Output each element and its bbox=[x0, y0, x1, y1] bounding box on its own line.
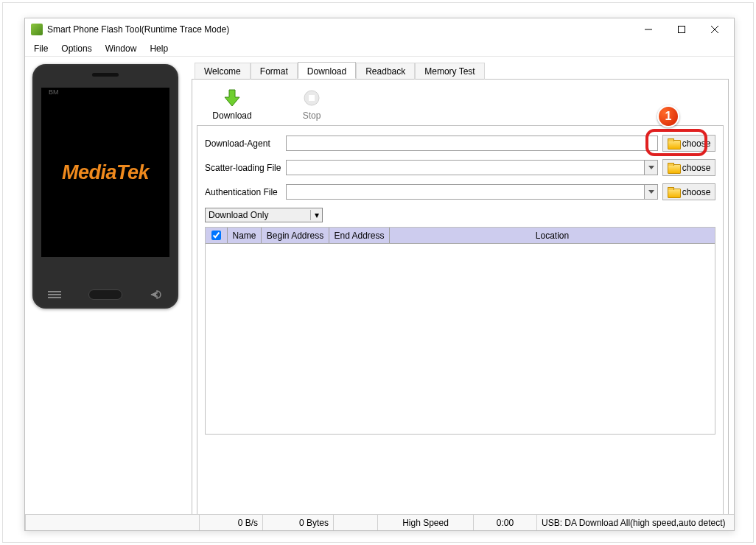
stop-button[interactable]: Stop bbox=[290, 87, 334, 121]
annotation-badge-1: 1 bbox=[657, 105, 679, 127]
svg-rect-5 bbox=[48, 294, 61, 295]
home-hw-button bbox=[88, 289, 122, 300]
scatter-file-label: Scatter-loading File bbox=[205, 163, 281, 173]
close-button[interactable] bbox=[698, 19, 731, 40]
minimize-button[interactable] bbox=[631, 19, 665, 40]
menu-hw-icon bbox=[43, 289, 66, 300]
app-icon bbox=[31, 24, 43, 35]
choose-label: choose bbox=[682, 187, 711, 197]
stop-icon bbox=[301, 87, 323, 109]
folder-icon bbox=[668, 187, 679, 197]
stop-button-label: Stop bbox=[303, 110, 321, 121]
column-header-name[interactable]: Name bbox=[228, 228, 262, 243]
menu-options[interactable]: Options bbox=[55, 42, 97, 55]
status-bytes: 0 Bytes bbox=[262, 515, 333, 530]
select-all-checkbox[interactable] bbox=[211, 231, 221, 240]
window-title: Smart Phone Flash Tool(Runtime Trace Mod… bbox=[47, 24, 229, 35]
chevron-down-icon bbox=[644, 161, 657, 175]
chevron-down-icon: ▾ bbox=[310, 210, 322, 220]
svg-rect-8 bbox=[309, 95, 315, 101]
download-mode-value: Download Only bbox=[209, 210, 268, 220]
phone-bm-label: BM bbox=[49, 88, 59, 96]
menu-file[interactable]: File bbox=[28, 42, 54, 55]
scatter-file-choose-button[interactable]: choose bbox=[662, 159, 715, 176]
svg-rect-6 bbox=[48, 297, 61, 298]
partition-table: Name Begin Address End Address Location bbox=[205, 227, 715, 435]
tab-welcome[interactable]: Welcome bbox=[195, 63, 251, 80]
svg-rect-4 bbox=[48, 291, 61, 292]
menu-help[interactable]: Help bbox=[144, 42, 174, 55]
tab-format[interactable]: Format bbox=[251, 63, 298, 80]
tabstrip: Welcome Format Download Readback Memory … bbox=[192, 62, 729, 80]
maximize-button[interactable] bbox=[665, 19, 698, 40]
column-header-end-address[interactable]: End Address bbox=[329, 228, 390, 243]
back-hw-icon bbox=[145, 289, 167, 300]
phone-illustration: BM MediaTek bbox=[32, 64, 178, 309]
menu-window[interactable]: Window bbox=[99, 42, 143, 55]
download-button[interactable]: Download bbox=[210, 87, 254, 121]
sidebar: BM MediaTek bbox=[25, 57, 192, 514]
status-speed: 0 B/s bbox=[199, 515, 262, 530]
download-agent-input[interactable] bbox=[286, 136, 658, 151]
status-usb: USB: DA Download All(high speed,auto det… bbox=[536, 515, 734, 530]
tab-download[interactable]: Download bbox=[298, 62, 356, 79]
choose-label: choose bbox=[682, 138, 711, 149]
download-agent-label: Download-Agent bbox=[205, 138, 281, 149]
tab-memory-test[interactable]: Memory Test bbox=[415, 63, 484, 80]
download-mode-combo[interactable]: Download Only ▾ bbox=[205, 208, 323, 222]
column-header-begin-address[interactable]: Begin Address bbox=[262, 228, 329, 243]
tab-readback[interactable]: Readback bbox=[356, 63, 415, 80]
auth-file-label: Authentication File bbox=[205, 187, 281, 197]
titlebar: Smart Phone Flash Tool(Runtime Trace Mod… bbox=[25, 18, 734, 41]
scatter-file-combo[interactable] bbox=[286, 160, 658, 175]
choose-label: choose bbox=[682, 163, 711, 173]
chevron-down-icon bbox=[644, 185, 657, 199]
status-time: 0:00 bbox=[473, 515, 536, 530]
column-header-location[interactable]: Location bbox=[390, 228, 715, 243]
app-window: Smart Phone Flash Tool(Runtime Trace Mod… bbox=[24, 18, 735, 531]
folder-icon bbox=[668, 138, 679, 148]
status-mode: High Speed bbox=[377, 515, 473, 530]
menubar: File Options Window Help bbox=[25, 41, 734, 57]
column-header-checkbox[interactable] bbox=[206, 228, 228, 243]
svg-rect-1 bbox=[678, 27, 685, 33]
tab-panel-download: Download Stop Download-Agent bbox=[192, 80, 729, 521]
folder-icon bbox=[668, 163, 679, 172]
download-button-label: Download bbox=[212, 110, 251, 121]
download-arrow-icon bbox=[221, 87, 243, 109]
download-agent-choose-button[interactable]: choose bbox=[662, 135, 715, 152]
statusbar: 0 B/s 0 Bytes High Speed 0:00 USB: DA Do… bbox=[25, 514, 734, 530]
auth-file-combo[interactable] bbox=[286, 184, 658, 200]
phone-brand-label: MediaTek bbox=[62, 161, 149, 184]
auth-file-choose-button[interactable]: choose bbox=[662, 183, 715, 200]
